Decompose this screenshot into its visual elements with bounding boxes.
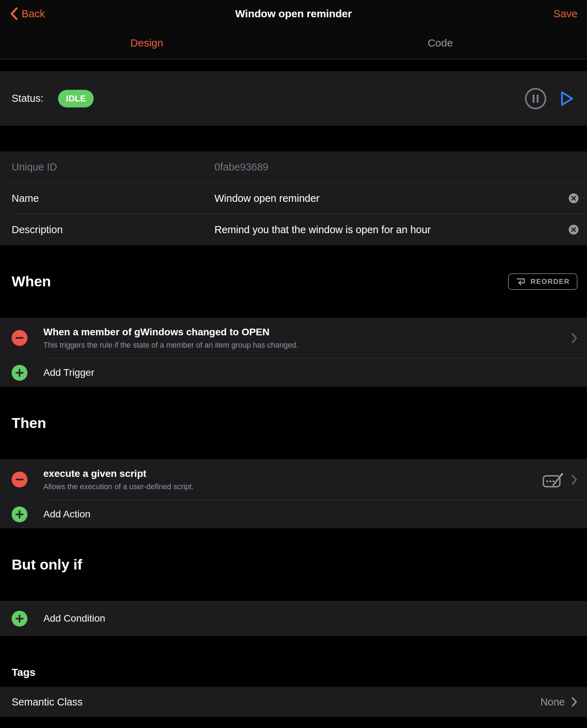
status-label: Status: xyxy=(12,93,43,104)
remove-action-button[interactable] xyxy=(12,472,27,487)
conditions-section-header: But only if xyxy=(0,528,587,601)
name-field[interactable]: Window open reminder xyxy=(214,193,563,204)
add-trigger-button[interactable]: Add Trigger xyxy=(0,359,587,387)
add-circle-icon[interactable] xyxy=(12,611,27,627)
semantic-class-value: None xyxy=(541,696,565,708)
clear-name-button[interactable] xyxy=(569,193,579,203)
tags-section-header: Tags xyxy=(0,636,587,687)
remove-trigger-button[interactable] xyxy=(12,330,27,346)
back-label: Back xyxy=(21,8,45,20)
add-action-button[interactable]: Add Action xyxy=(0,500,587,528)
tabbar: Design Code xyxy=(0,27,587,60)
navbar: Back Window open reminder Save xyxy=(0,0,587,27)
status-badge: IDLE xyxy=(58,90,94,107)
clear-circle-icon xyxy=(569,225,579,235)
semantic-class-label: Semantic Class xyxy=(12,696,541,708)
add-condition-button[interactable]: Add Condition xyxy=(0,601,587,636)
clear-description-button[interactable] xyxy=(569,225,579,235)
name-row: Name Window open reminder xyxy=(0,183,587,214)
when-section-header: When REORDER xyxy=(0,245,587,318)
chevron-right-icon xyxy=(571,474,577,485)
chevron-left-icon xyxy=(10,7,18,20)
then-section-header: Then xyxy=(0,387,587,459)
rule-info-list: Unique ID 0fabe93689 Name Window open re… xyxy=(0,151,587,245)
description-row: Description Remind you that the window i… xyxy=(0,214,587,245)
back-button[interactable]: Back xyxy=(10,7,45,20)
add-condition-label: Add Condition xyxy=(43,613,105,624)
reorder-label: REORDER xyxy=(531,278,570,286)
trigger-subtitle: This triggers the rule if the state of a… xyxy=(43,341,566,350)
conditions-list: Add Condition xyxy=(0,601,587,636)
but-only-if-heading: But only if xyxy=(12,556,82,573)
page-title: Window open reminder xyxy=(235,8,352,20)
save-button[interactable]: Save xyxy=(554,8,577,20)
run-button[interactable] xyxy=(556,88,576,109)
action-title: execute a given script xyxy=(43,468,537,479)
action-subtitle: Allows the execution of a user-defined s… xyxy=(43,483,537,491)
unique-id-label: Unique ID xyxy=(12,161,214,173)
when-heading: When xyxy=(12,273,51,290)
chevron-right-icon xyxy=(571,332,577,344)
pause-circle-icon xyxy=(524,87,547,110)
play-icon xyxy=(556,88,576,109)
clear-circle-icon xyxy=(569,193,579,203)
reorder-button[interactable]: REORDER xyxy=(508,273,577,290)
triggers-list: When a member of gWindows changed to OPE… xyxy=(0,318,587,387)
name-label: Name xyxy=(12,193,214,204)
description-label: Description xyxy=(12,224,214,236)
add-trigger-label: Add Trigger xyxy=(43,367,94,378)
unique-id-row: Unique ID 0fabe93689 xyxy=(0,151,587,182)
semantic-class-row[interactable]: Semantic Class None xyxy=(0,687,587,717)
add-action-label: Add Action xyxy=(43,509,90,520)
status-row: Status: IDLE xyxy=(0,71,587,126)
trigger-row[interactable]: When a member of gWindows changed to OPE… xyxy=(0,318,587,358)
reorder-icon xyxy=(516,277,526,286)
pause-button[interactable] xyxy=(524,87,547,110)
add-circle-icon[interactable] xyxy=(12,506,27,522)
script-edit-icon[interactable] xyxy=(542,471,564,489)
tab-code[interactable]: Code xyxy=(294,27,587,59)
unique-id-value: 0fabe93689 xyxy=(214,161,579,173)
action-row[interactable]: execute a given script Allows the execut… xyxy=(0,459,587,500)
tab-design[interactable]: Design xyxy=(0,27,294,59)
add-circle-icon[interactable] xyxy=(12,365,27,381)
chevron-right-icon xyxy=(571,697,577,707)
tags-heading: Tags xyxy=(12,666,36,678)
description-field[interactable]: Remind you that the window is open for a… xyxy=(214,224,563,236)
then-heading: Then xyxy=(12,415,46,431)
trigger-title: When a member of gWindows changed to OPE… xyxy=(43,326,566,338)
actions-list: execute a given script Allows the execut… xyxy=(0,459,587,528)
